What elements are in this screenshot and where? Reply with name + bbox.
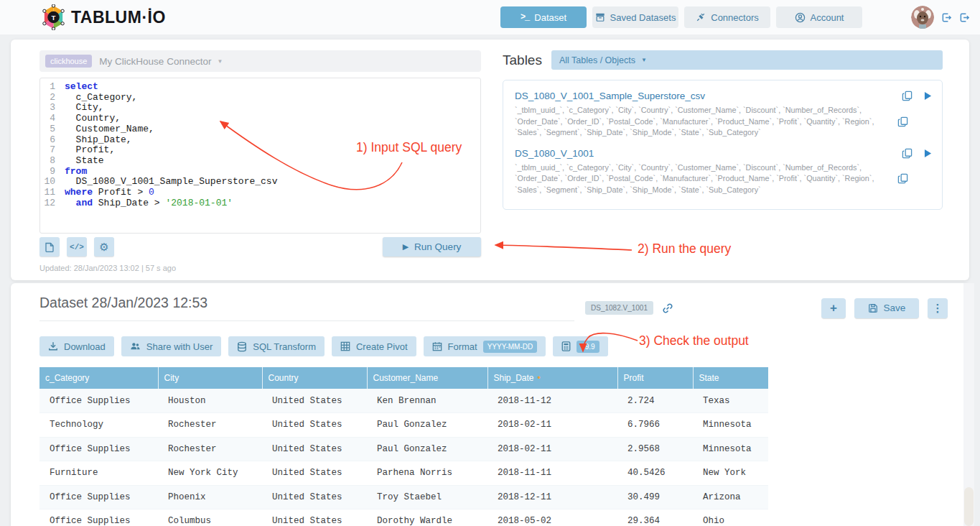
code-line: 4 Country, xyxy=(40,114,480,124)
format-button[interactable]: Format YYYY-MM-DD xyxy=(424,336,546,356)
sql-transform-button[interactable]: SQL Transform xyxy=(228,336,325,356)
line-number: 3 xyxy=(40,103,65,114)
dataset-header: Dataset 28/Jan/2023 12:53 DS_1082.V_1001… xyxy=(39,295,948,321)
more-options-button[interactable]: ⋮ xyxy=(928,298,948,318)
code-line: 3 City, xyxy=(40,103,480,114)
copy-icon[interactable] xyxy=(902,91,913,101)
line-number: 5 xyxy=(40,124,65,135)
new-query-button[interactable] xyxy=(39,237,60,257)
date-format-badge: YYYY-MM-DD xyxy=(483,341,538,353)
table-row[interactable]: Office SuppliesColumbusUnited StatesDoro… xyxy=(39,509,768,526)
sql-editor[interactable]: 1select2 c_Category,3 City,4 Country,5 C… xyxy=(39,78,481,234)
table-row[interactable]: Office SuppliesRochesterUnited StatesPau… xyxy=(39,437,768,461)
logo-hexagon-icon: T xyxy=(42,4,65,30)
table-cell: New York xyxy=(693,461,768,486)
user-zone xyxy=(911,6,970,29)
code-line: 8 State xyxy=(40,156,480,167)
number-format-button[interactable]: 99.9 xyxy=(553,336,607,356)
document-icon xyxy=(45,242,54,252)
copy-icon[interactable] xyxy=(897,173,908,184)
app-logo[interactable]: T TABLUM·İO xyxy=(42,4,166,30)
table-cell: 2018-11-12 xyxy=(487,389,617,413)
column-header-ship_date[interactable]: Ship_Date• xyxy=(487,367,617,389)
table-row[interactable]: Office SuppliesHoustonUnited StatesKen B… xyxy=(39,389,768,413)
avatar[interactable] xyxy=(911,6,934,29)
create-pivot-button[interactable]: Create Pivot xyxy=(332,336,416,356)
run-query-button[interactable]: ▶ Run Query xyxy=(383,237,481,257)
nav-account-button[interactable]: Account xyxy=(776,6,862,28)
column-header-customer_name[interactable]: Customer_Name xyxy=(367,367,487,389)
table-cell: 2018-02-11 xyxy=(487,413,617,438)
column-header-city[interactable]: City xyxy=(158,367,262,389)
code-line: 6 Ship_Date, xyxy=(40,135,480,146)
table-cell: Minnesota xyxy=(693,437,768,461)
code-format-button[interactable]: </> xyxy=(67,237,87,257)
scrollbar-thumb[interactable] xyxy=(964,487,974,526)
code-line: 7 Profit, xyxy=(40,145,480,156)
share-button[interactable]: Share with User xyxy=(121,336,221,356)
line-number: 11 xyxy=(40,188,65,198)
nav-dataset-button[interactable]: >_ Dataset xyxy=(500,6,587,28)
main-nav: >_ Dataset Saved Datasets Connectors Acc… xyxy=(500,6,862,28)
share-label: Share with User xyxy=(146,341,213,352)
table-cell: 2.724 xyxy=(617,389,693,413)
logout-all-icon[interactable] xyxy=(959,12,970,23)
download-icon xyxy=(48,341,58,351)
column-header-profit[interactable]: Profit xyxy=(617,367,693,389)
run-query-label: Run Query xyxy=(414,241,461,252)
sql-transform-label: SQL Transform xyxy=(253,341,316,352)
line-number: 1 xyxy=(40,82,65,93)
code-line: 11where Profit > 0 xyxy=(40,188,480,198)
download-button[interactable]: Download xyxy=(39,336,114,356)
code-line: 5 Customer_Name, xyxy=(40,124,480,135)
tables-filter-label: All Tables / Objects xyxy=(559,55,635,65)
terminal-icon: >_ xyxy=(521,12,529,22)
column-header-c_category[interactable]: c_Category xyxy=(39,367,158,389)
logout-icon[interactable] xyxy=(941,12,952,23)
query-editor-column: clickhouse My ClickHouse Connector ▼ 1se… xyxy=(39,50,481,272)
table-name-link[interactable]: DS_1080_V_1001 xyxy=(515,148,594,159)
logo-text: TABLUM·İO xyxy=(71,8,166,27)
save-button[interactable]: Save xyxy=(854,298,919,318)
table-cell: United States xyxy=(262,485,367,509)
table-cell: Texas xyxy=(693,389,768,413)
nav-connectors-button[interactable]: Connectors xyxy=(684,6,770,28)
nav-connectors-label: Connectors xyxy=(711,12,758,23)
table-cell: Parhena Norris xyxy=(367,461,487,486)
copy-icon[interactable] xyxy=(897,116,908,127)
table-cell: Phoenix xyxy=(158,485,262,509)
table-cell: Technology xyxy=(39,413,158,438)
save-label: Save xyxy=(884,303,906,313)
download-label: Download xyxy=(64,341,106,352)
dataset-card: Dataset 28/Jan/2023 12:53 DS_1082.V_1001… xyxy=(11,283,969,526)
nav-dataset-label: Dataset xyxy=(534,12,566,23)
table-row[interactable]: Office SuppliesPhoenixUnited StatesTroy … xyxy=(39,485,768,509)
table-cell: Furniture xyxy=(39,461,158,486)
link-icon[interactable] xyxy=(662,303,673,314)
table-cell: New York City xyxy=(158,461,262,486)
table-row[interactable]: TechnologyRochesterUnited StatesPaul Gon… xyxy=(39,413,768,438)
connector-type-badge: clickhouse xyxy=(45,55,92,68)
table-name-link[interactable]: DS_1080_V_1001_Sample_Superstore_csv xyxy=(515,91,705,101)
table-cell: 2018-02-11 xyxy=(487,437,617,461)
settings-button[interactable]: ⚙ xyxy=(94,237,114,257)
table-cell: 30.499 xyxy=(617,485,693,509)
run-table-icon[interactable] xyxy=(924,149,932,158)
dataset-title-wrap[interactable]: Dataset 28/Jan/2023 12:53 xyxy=(39,295,574,321)
table-cell: Office Supplies xyxy=(39,509,158,526)
table-cell: Office Supplies xyxy=(39,437,158,461)
connector-name: My ClickHouse Connector xyxy=(99,56,211,67)
add-dataset-button[interactable]: + xyxy=(821,298,846,318)
run-table-icon[interactable] xyxy=(924,91,932,101)
table-cell: Houston xyxy=(158,389,262,413)
connector-selector[interactable]: clickhouse My ClickHouse Connector ▼ xyxy=(39,50,481,72)
table-cell: 2018-05-02 xyxy=(487,509,617,526)
tables-filter-dropdown[interactable]: All Tables / Objects ▼ xyxy=(551,50,943,70)
table-cell: Ken Brennan xyxy=(367,389,487,413)
column-header-country[interactable]: Country xyxy=(262,367,367,389)
copy-icon[interactable] xyxy=(902,148,913,159)
column-header-state[interactable]: State xyxy=(693,367,768,389)
nav-saved-datasets-button[interactable]: Saved Datasets xyxy=(592,6,678,28)
table-row[interactable]: FurnitureNew York CityUnited StatesParhe… xyxy=(39,461,768,486)
line-number: 8 xyxy=(40,156,65,167)
